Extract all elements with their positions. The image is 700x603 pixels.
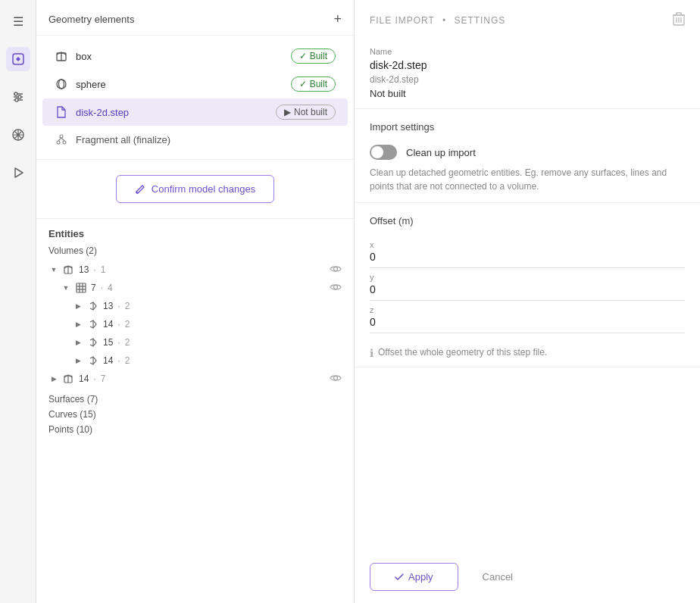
icon-sidebar: ☰ [0,0,36,603]
svg-rect-23 [77,283,86,292]
visibility-icon-14-7[interactable] [330,373,342,385]
check-icon [395,573,404,581]
asterisk-icon-btn[interactable] [6,123,30,147]
name-field-sub: disk-2d.step [370,74,685,85]
shape-icon [11,52,26,67]
box-geo-icon [55,49,68,63]
play-icon-btn[interactable] [6,161,30,185]
offset-x-label: x [370,240,685,249]
offset-y-input[interactable] [370,282,685,297]
geometry-item-disk[interactable]: disk-2d.step ▶ Not built [42,98,348,126]
svg-line-17 [61,138,64,141]
apply-button[interactable]: Apply [370,563,458,591]
arrow-icon [86,354,100,367]
offset-hint-area: ℹ Offset the whole geometry of this step… [355,339,700,367]
svg-point-35 [334,376,338,380]
asterisk-icon [11,128,25,142]
svg-point-5 [18,95,21,98]
pencil-icon [135,184,145,195]
svg-point-13 [57,141,60,144]
clean-up-toggle[interactable] [370,145,397,160]
geometry-item-sphere[interactable]: sphere ✓ Built [42,70,348,98]
tree-row-13-1[interactable]: ▼ 13 · 1 [48,261,342,279]
shape-icon-btn[interactable] [6,47,30,71]
sliders-icon [11,90,25,104]
arrow-icon [86,336,100,349]
import-settings-title: Import settings [355,109,700,139]
offset-z-input[interactable] [370,314,685,330]
offset-title: Offset (m) [370,215,685,227]
fragment-all-item[interactable]: Fragment all (finalize) [42,127,348,152]
chevron-right-icon: ▶ [48,373,59,384]
right-panel: FILE IMPORT • SETTINGS Name disk-2d.step… [355,0,700,603]
confirm-model-changes-button[interactable]: Confirm model changes [116,175,274,203]
sphere-built-badge: ✓ Built [291,77,336,92]
surfaces-title: Surfaces (7) [48,394,342,405]
chevron-down-icon: ▼ [61,283,71,293]
apply-label: Apply [408,571,433,583]
tree-row-13-2[interactable]: ▶ 13 · 2 [73,297,342,315]
name-field-group: Name disk-2d.step disk-2d.step Not built [355,38,700,109]
sliders-icon-btn[interactable] [6,85,30,109]
offset-z-label: z [370,305,685,314]
tree-sub-14-2a: 2 [125,319,130,330]
add-geometry-button[interactable]: + [333,12,342,26]
chevron-right-icon: ▶ [73,319,83,330]
tree-id-13-2: 13 [103,301,113,311]
arrow-icon [86,299,100,313]
name-field-value: disk-2d.step [370,59,685,71]
geometry-header: Geometry elements + [36,0,354,36]
delete-button[interactable] [673,12,685,29]
tree-row-14-7[interactable]: ▶ 14 · 7 [48,370,342,388]
chevron-right-icon: ▶ [73,355,83,366]
name-field-label: Name [370,47,685,56]
status-badge: Not built [370,88,685,99]
box-geo-name: box [76,51,92,62]
info-icon: ℹ [370,347,373,359]
svg-marker-8 [15,168,23,177]
svg-point-15 [60,135,63,138]
offset-y-field: y [370,268,685,301]
confirm-area: Confirm model changes [36,160,354,218]
tree-sub-7-4: 4 [108,283,113,293]
right-panel-title: FILE IMPORT • SETTINGS [370,15,505,26]
confirm-btn-label: Confirm model changes [152,183,255,195]
right-panel-header: FILE IMPORT • SETTINGS [355,0,700,38]
tree-sub-13-2: 2 [125,301,130,311]
tree-id-7-4: 7 [91,283,96,293]
tree-id-14-7: 14 [79,373,89,384]
cube-icon [62,263,76,277]
arrow-icon [86,317,100,331]
check-icon: ✓ [299,51,307,61]
action-bar: Apply Cancel [355,551,700,603]
visibility-icon-7-4[interactable] [330,282,342,294]
svg-point-28 [334,286,338,289]
geometry-item-box[interactable]: box ✓ Built [42,42,348,70]
visibility-icon-13-1[interactable] [330,264,342,276]
disk-not-built-badge: ▶ Not built [276,105,336,120]
sphere-geo-name: sphere [76,79,106,90]
sphere-geo-icon [55,77,68,91]
tree-row-14-2b[interactable]: ▶ 14 · 2 [73,351,342,370]
offset-x-field: x [370,236,685,268]
grid-icon [74,281,88,295]
cancel-button[interactable]: Cancel [467,563,528,591]
fragment-all-label: Fragment all (finalize) [76,134,170,145]
entities-section: Entities Volumes (2) ▼ 13 · 1 [36,218,354,603]
svg-point-11 [57,80,66,89]
tree-id-13-1: 13 [79,264,89,275]
tree-row-14-2a[interactable]: ▶ 14 · 2 [73,315,342,333]
tree-row-7-4[interactable]: ▼ 7 · 4 [61,279,342,297]
menu-icon-btn[interactable]: ☰ [6,9,30,33]
offset-section: Offset (m) x y z [355,203,700,339]
chevron-right-icon: ▶ [73,337,83,348]
offset-x-input[interactable] [370,249,685,264]
svg-point-14 [63,141,66,144]
left-panel: Geometry elements + box ✓ Built [36,0,355,603]
offset-y-label: y [370,273,685,282]
tree-id-14-2b: 14 [103,355,113,366]
chevron-right-icon: ▶ [73,301,83,311]
geometry-header-title: Geometry elements [48,14,134,25]
tree-row-15-2[interactable]: ▶ 15 · 2 [73,333,342,351]
tree-sub-14-7: 7 [101,373,106,384]
